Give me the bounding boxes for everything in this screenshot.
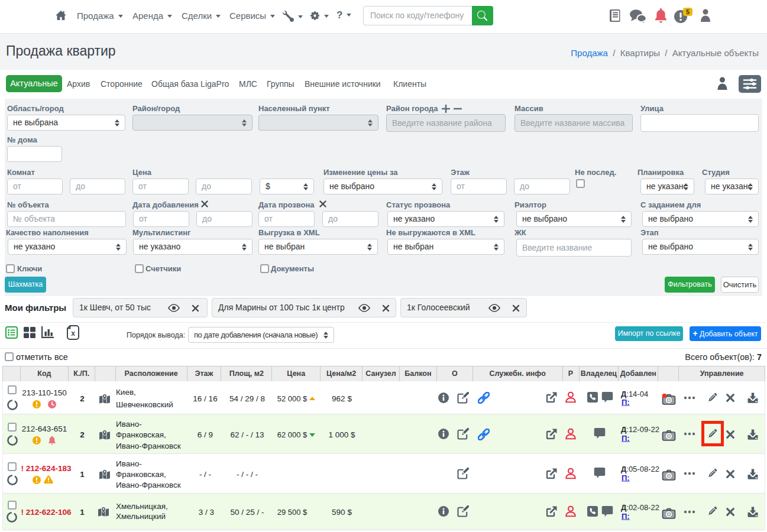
- svg-text:5: 5: [686, 8, 690, 15]
- svg-text:x: x: [71, 329, 75, 338]
